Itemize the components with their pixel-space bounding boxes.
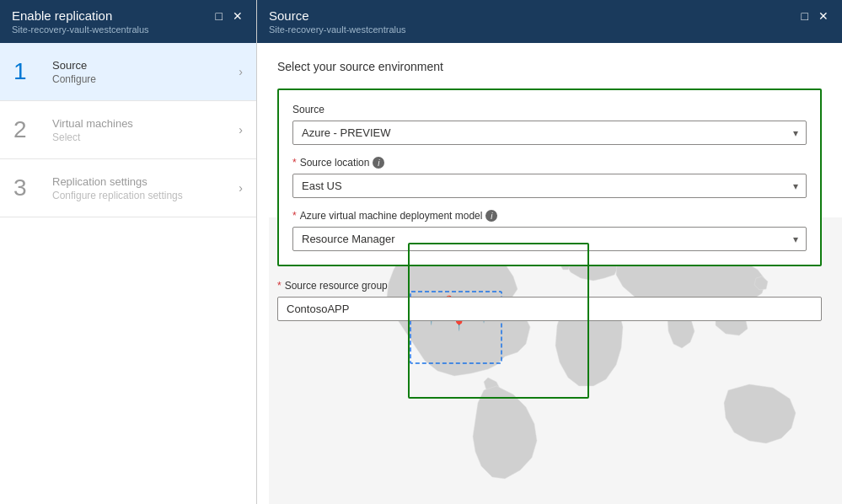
source-location-form-group: * Source location i East US West US West… (292, 157, 807, 198)
step-subtitle-3: Configure replication settings (52, 190, 239, 201)
left-panel-close-button[interactable]: ✕ (231, 10, 244, 22)
source-location-label: * Source location i (292, 157, 807, 169)
steps-list: 1 Source Configure › 2 Virtual machines … (0, 43, 256, 504)
step-number-1: 1 (13, 58, 44, 85)
left-panel-subtitle: Site-recovery-vault-westcentralus (12, 24, 149, 35)
deployment-model-label: * Azure virtual machine deployment model… (292, 210, 807, 222)
source-select-wrapper: Azure - PREVIEW On-premises ▾ (292, 121, 807, 145)
left-panel-controls: □ ✕ (214, 8, 244, 22)
left-panel-minimize-button[interactable]: □ (214, 10, 224, 22)
right-panel-close-button[interactable]: ✕ (817, 10, 830, 22)
step-item-3[interactable]: 3 Replication settings Configure replica… (0, 159, 256, 217)
resource-group-required-star: * (277, 280, 282, 292)
deployment-required-star: * (292, 210, 297, 222)
source-label: Source (292, 104, 807, 115)
source-location-select-wrapper: East US West US West Europe East Asia ▾ (292, 174, 807, 198)
right-panel-minimize-button[interactable]: □ (800, 10, 810, 22)
step-content-3: Replication settings Configure replicati… (44, 175, 239, 201)
source-location-info-icon[interactable]: i (373, 157, 384, 169)
step-item-1[interactable]: 1 Source Configure › (0, 43, 256, 101)
left-panel-header: Enable replication Site-recovery-vault-w… (0, 0, 256, 43)
step-title-2: Virtual machines (52, 117, 239, 130)
right-panel-header-text: Source Site-recovery-vault-westcentralus (269, 8, 406, 35)
source-location-select[interactable]: East US West US West Europe East Asia (292, 174, 807, 198)
source-location-required-star: * (292, 157, 297, 169)
left-panel-header-text: Enable replication Site-recovery-vault-w… (12, 8, 149, 35)
deployment-model-info-icon[interactable]: i (485, 210, 497, 222)
step-title-1: Source (52, 59, 239, 72)
right-panel: Source Site-recovery-vault-westcentralus… (257, 0, 842, 504)
step-content-1: Source Configure (44, 59, 239, 85)
right-panel-title: Source (269, 8, 406, 23)
right-panel-content: Select your source environment Source Az… (257, 43, 842, 504)
source-select[interactable]: Azure - PREVIEW On-premises (292, 121, 807, 145)
step-title-3: Replication settings (52, 175, 239, 188)
source-form-section: Source Azure - PREVIEW On-premises ▾ * (277, 88, 822, 266)
step-chevron-2: › (239, 123, 243, 137)
step-item-2[interactable]: 2 Virtual machines Select › (0, 101, 256, 159)
section-title: Select your source environment (277, 60, 822, 73)
step-content-2: Virtual machines Select (44, 117, 239, 143)
source-form-group: Source Azure - PREVIEW On-premises ▾ (292, 104, 807, 145)
step-chevron-3: › (239, 181, 243, 195)
step-chevron-1: › (239, 65, 243, 78)
step-subtitle-2: Select (52, 131, 239, 143)
step-subtitle-1: Configure (52, 73, 239, 85)
left-panel: Enable replication Site-recovery-vault-w… (0, 0, 257, 504)
right-panel-header: Source Site-recovery-vault-westcentralus… (257, 0, 842, 43)
left-panel-title: Enable replication (12, 8, 149, 23)
step-number-2: 2 (13, 116, 44, 143)
right-panel-subtitle: Site-recovery-vault-westcentralus (269, 24, 406, 35)
step-number-3: 3 (13, 174, 44, 201)
map-highlight-box (408, 243, 589, 399)
right-panel-controls: □ ✕ (800, 8, 830, 22)
